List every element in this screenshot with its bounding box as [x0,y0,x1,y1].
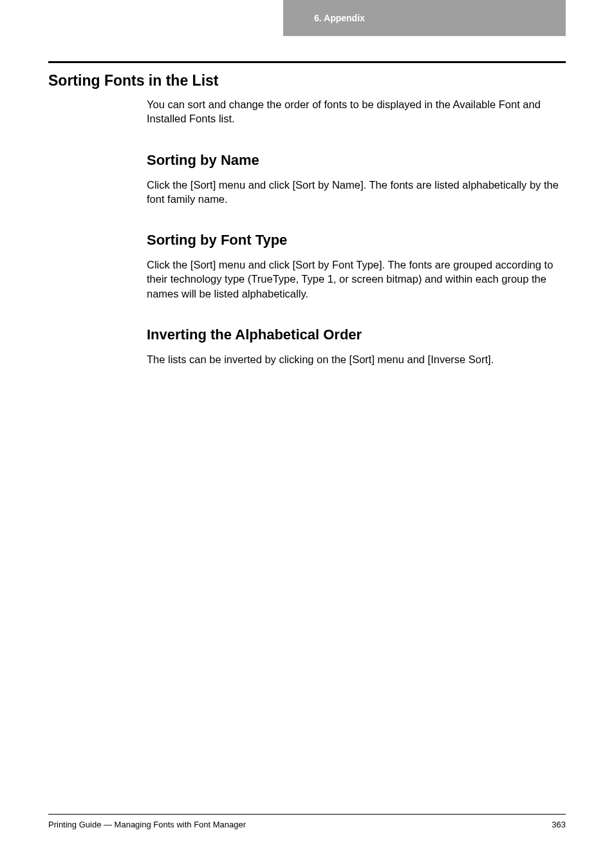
footer-rule [48,814,566,815]
chapter-label: 6. Appendix [314,13,365,23]
body-block: You can sort and change the order of fon… [147,97,566,366]
section-body: Click the [Sort] menu and click [Sort by… [147,178,566,207]
page-footer: Printing Guide — Managing Fonts with Fon… [48,814,566,829]
section-body: The lists can be inverted by clicking on… [147,352,566,366]
intro-paragraph: You can sort and change the order of fon… [147,97,566,126]
footer-doc-title: Printing Guide — Managing Fonts with Fon… [48,820,246,829]
page-title: Sorting Fonts in the List [48,72,566,90]
section-heading: Sorting by Name [147,152,566,169]
section-body: Click the [Sort] menu and click [Sort by… [147,258,566,301]
header-tab: 6. Appendix [283,0,566,36]
footer-row: Printing Guide — Managing Fonts with Fon… [48,820,566,829]
title-rule [48,61,566,63]
page-content: Sorting Fonts in the List You can sort a… [48,61,566,372]
section-heading: Inverting the Alphabetical Order [147,326,566,343]
footer-page-number: 363 [552,820,566,829]
section-heading: Sorting by Font Type [147,232,566,249]
